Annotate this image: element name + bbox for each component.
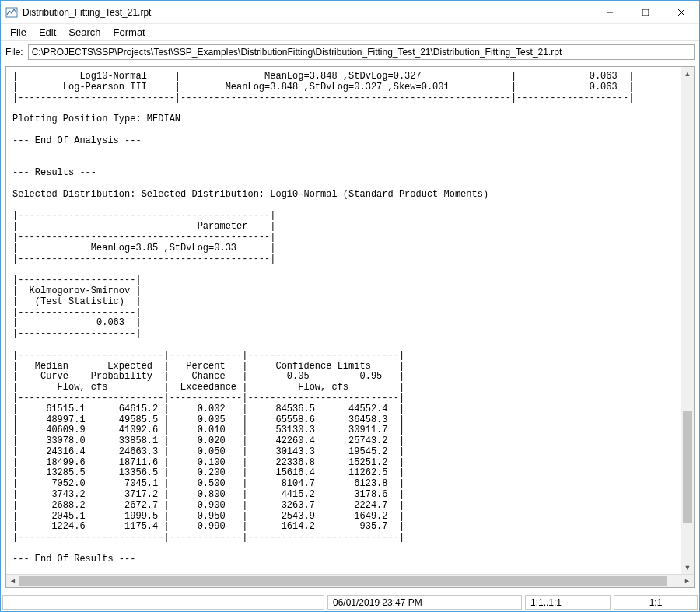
scroll-right-arrow-icon[interactable]: ►: [681, 575, 694, 588]
status-selection: 1:1..1:1: [525, 595, 611, 610]
menu-edit[interactable]: Edit: [33, 25, 62, 40]
file-path-row: File:: [1, 41, 699, 63]
scroll-left-arrow-icon[interactable]: ◄: [6, 575, 19, 588]
title-bar: Distribution_Fitting_Test_21.rpt: [1, 1, 699, 24]
vertical-scrollbar[interactable]: ▲ ▼: [681, 67, 694, 574]
report-panel: | Log10-Normal | MeanLog=3.848 ,StDvLog=…: [5, 66, 695, 588]
file-label: File:: [5, 47, 23, 58]
horizontal-scroll-thumb[interactable]: [19, 576, 667, 586]
menu-format[interactable]: Format: [107, 25, 152, 40]
status-bar: 06/01/2019 23:47 PM 1:1..1:1 1:1: [1, 593, 699, 611]
vertical-scroll-thumb[interactable]: [683, 411, 692, 523]
scroll-up-arrow-icon[interactable]: ▲: [681, 67, 694, 80]
svg-rect-2: [642, 9, 649, 16]
report-text[interactable]: | Log10-Normal | MeanLog=3.848 ,StDvLog=…: [6, 67, 681, 574]
file-path-input[interactable]: [28, 44, 695, 60]
minimize-button[interactable]: [592, 1, 628, 23]
status-timestamp: 06/01/2019 23:47 PM: [327, 595, 522, 610]
app-icon: [5, 6, 18, 19]
close-button[interactable]: [663, 1, 699, 23]
menu-bar: File Edit Search Format: [1, 24, 699, 41]
menu-file[interactable]: File: [4, 25, 33, 40]
report-scroll-area: | Log10-Normal | MeanLog=3.848 ,StDvLog=…: [6, 67, 694, 574]
menu-search[interactable]: Search: [62, 25, 107, 40]
maximize-button[interactable]: [628, 1, 663, 23]
scroll-down-arrow-icon[interactable]: ▼: [681, 561, 694, 574]
horizontal-scrollbar[interactable]: ◄ ►: [6, 574, 694, 587]
status-position: 1:1: [614, 595, 698, 610]
window-title: Distribution_Fitting_Test_21.rpt: [23, 7, 592, 18]
window-controls: [592, 1, 699, 23]
status-empty: [2, 595, 324, 610]
horizontal-scroll-track[interactable]: [19, 575, 681, 587]
